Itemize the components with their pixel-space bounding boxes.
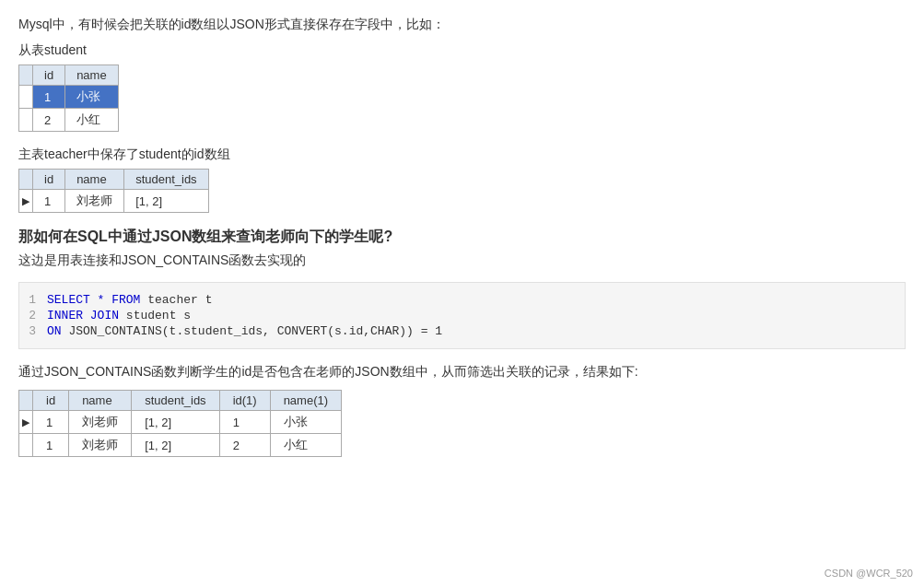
result-col-1: name — [69, 391, 132, 411]
result-col-4: name(1) — [270, 391, 341, 411]
row-arrow: ▶ — [19, 190, 33, 213]
result-col-arrow — [19, 391, 33, 411]
result-col-0: id — [33, 391, 69, 411]
section-subtext: 这边是用表连接和JSON_CONTAINS函数去实现的 — [18, 252, 906, 269]
student-table: id name ▶1小张2小红 — [18, 64, 119, 132]
teacher-col-student-ids: student_ids — [124, 170, 209, 190]
student-col-id: id — [33, 65, 65, 86]
code-line: 2INNER JOIN student s — [19, 308, 905, 323]
intro-line1: Mysql中，有时候会把关联的id数组以JSON形式直接保存在字段中，比如： — [18, 17, 906, 33]
result-student_ids-cell: [1, 2] — [132, 411, 220, 434]
student-table-label: 从表student — [18, 42, 906, 59]
code-token: INNER JOIN — [47, 309, 126, 322]
result-id1-cell: 1 — [219, 411, 270, 434]
watermark: CSDN @WCR_520 — [825, 568, 913, 579]
teacher-name-cell: 刘老师 — [65, 190, 124, 213]
result-col-2: student_ids — [132, 391, 220, 411]
student-name-cell: 小张 — [65, 86, 119, 109]
teacher-table-label: 主表teacher中保存了student的id数组 — [18, 146, 906, 163]
result-name-cell: 刘老师 — [69, 411, 132, 434]
row-arrow — [19, 109, 33, 132]
teacher-table: id name student_ids ▶1刘老师[1, 2] — [18, 169, 209, 213]
line-content: INNER JOIN student s — [47, 309, 191, 322]
code-block: 1SELECT * FROM teacher t2INNER JOIN stud… — [18, 282, 906, 349]
result-id-cell: 1 — [33, 411, 69, 434]
student-id-cell: 1 — [33, 86, 65, 109]
row-arrow: ▶ — [19, 411, 33, 434]
line-number: 1 — [19, 293, 47, 307]
code-token: SELECT * FROM — [47, 293, 147, 307]
result-student_ids-cell: [1, 2] — [132, 434, 220, 457]
row-arrow — [19, 434, 33, 457]
code-token: JSON_CONTAINS(t.student_ids, CONVERT(s.i… — [68, 324, 442, 338]
code-line: 3ON JSON_CONTAINS(t.student_ids, CONVERT… — [19, 323, 905, 339]
line-content: ON JSON_CONTAINS(t.student_ids, CONVERT(… — [47, 324, 442, 338]
student-col-name: name — [65, 65, 119, 86]
student-name-cell: 小红 — [65, 109, 119, 132]
code-token: student s — [126, 309, 191, 322]
teacher-id-cell: 1 — [33, 190, 65, 213]
result-id1-cell: 2 — [219, 434, 270, 457]
line-number: 3 — [19, 324, 47, 338]
code-token: ON — [47, 324, 68, 338]
result-name-cell: 刘老师 — [69, 434, 132, 457]
result-text: 通过JSON_CONTAINS函数判断学生的id是否包含在老师的JSON数组中，… — [18, 364, 906, 381]
line-content: SELECT * FROM teacher t — [47, 293, 212, 307]
student-id-cell: 2 — [33, 109, 65, 132]
result-table: idnamestudent_idsid(1)name(1) ▶1刘老师[1, 2… — [18, 390, 342, 457]
main-heading: 那如何在SQL中通过JSON数组来查询老师向下的学生呢? — [18, 228, 906, 247]
row-arrow: ▶ — [19, 86, 33, 109]
result-name1-cell: 小张 — [270, 411, 341, 434]
code-line: 1SELECT * FROM teacher t — [19, 292, 905, 308]
line-number: 2 — [19, 309, 47, 322]
teacher-col-id: id — [33, 170, 65, 190]
result-name1-cell: 小红 — [270, 434, 341, 457]
result-id-cell: 1 — [33, 434, 69, 457]
teacher-col-name: name — [65, 170, 124, 190]
result-col-3: id(1) — [219, 391, 270, 411]
teacher-student_ids-cell: [1, 2] — [124, 190, 209, 213]
code-token: teacher t — [147, 293, 212, 307]
